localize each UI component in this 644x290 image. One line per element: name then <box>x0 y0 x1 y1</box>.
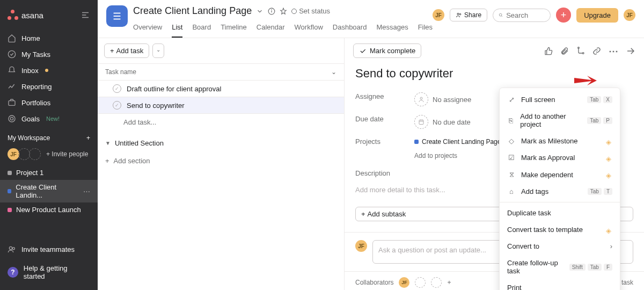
project-name: New Product Launch <box>16 206 81 214</box>
add-task-dropdown[interactable]: ⌄ <box>152 44 164 58</box>
task-actions-menu: ⤢Full screenTabX ⎘Add to another project… <box>499 88 620 290</box>
menu-full-screen[interactable]: ⤢Full screenTabX <box>500 91 620 108</box>
add-collaborator-slot[interactable] <box>415 277 426 288</box>
menu-convert[interactable]: Convert to› <box>500 238 620 255</box>
complete-toggle-icon[interactable]: ✓ <box>113 84 121 93</box>
menu-label: Convert to <box>507 242 539 250</box>
sidebar-item-label: Invite teammates <box>21 245 75 253</box>
search-box[interactable] <box>493 9 551 22</box>
invite-people-link[interactable]: + Invite people <box>46 150 88 158</box>
project-icon[interactable] <box>106 5 128 27</box>
avatar: JF <box>355 240 367 252</box>
svg-point-6 <box>10 117 13 120</box>
chart-icon <box>8 82 16 91</box>
tab-overview[interactable]: Overview <box>133 20 162 38</box>
collapse-sidebar-icon[interactable] <box>80 10 90 20</box>
like-icon[interactable] <box>544 47 553 55</box>
more-actions-button[interactable]: ⋯ <box>609 45 618 57</box>
sidebar-item-portfolios[interactable]: Portfolios <box>0 95 98 111</box>
add-task-button[interactable]: + Add task <box>104 44 149 58</box>
chevron-down-icon[interactable]: ⌄ <box>331 68 336 76</box>
tab-dashboard[interactable]: Dashboard <box>333 20 367 38</box>
sidebar-project[interactable]: Project 1 <box>0 165 98 180</box>
kbd: Shift <box>569 264 586 271</box>
due-date-button[interactable]: No due date <box>414 115 471 129</box>
add-task-inline[interactable]: Add task... <box>98 114 344 130</box>
tab-board[interactable]: Board <box>192 20 211 38</box>
workspace-header[interactable]: My Workspace+ <box>0 129 98 145</box>
menu-duplicate[interactable]: Duplicate task <box>500 205 620 221</box>
menu-dependent[interactable]: ⧖Make dependent◈ <box>500 166 620 183</box>
fullscreen-icon: ⤢ <box>507 96 516 104</box>
detail-pane: Mark complete ⋯ Send to copywriter Assig… <box>345 38 644 290</box>
tab-calendar[interactable]: Calendar <box>257 20 285 38</box>
add-section-button[interactable]: +Add section <box>98 151 344 170</box>
set-status-label: Set status <box>299 7 330 15</box>
menu-print[interactable]: Print <box>500 279 620 290</box>
attachment-icon[interactable] <box>560 47 569 55</box>
assignee-label: Assignee <box>355 92 414 106</box>
user-menu-avatar[interactable]: JF <box>624 9 635 21</box>
avatar[interactable]: JF <box>433 9 444 21</box>
menu-label: Convert task to template <box>507 226 583 234</box>
description-label: Description <box>355 169 414 177</box>
complete-toggle-icon[interactable]: ✓ <box>113 101 121 110</box>
star-icon[interactable] <box>280 8 287 15</box>
tab-list[interactable]: List <box>172 20 182 38</box>
plus-icon[interactable]: + <box>86 134 90 142</box>
assignee-button[interactable]: No assignee <box>414 92 471 106</box>
menu-milestone[interactable]: ◇Mark as Milestone◈ <box>500 133 620 149</box>
tab-files[interactable]: Files <box>418 20 433 38</box>
mark-complete-button[interactable]: Mark complete <box>353 44 421 58</box>
menu-template[interactable]: Convert task to template◈ <box>500 221 620 238</box>
svg-rect-22 <box>419 120 423 125</box>
project-dot <box>8 208 12 212</box>
task-detail-title[interactable]: Send to copywriter <box>345 63 644 88</box>
info-icon[interactable] <box>268 8 275 15</box>
projects-label: Projects <box>355 137 414 146</box>
project-title[interactable]: Create Client Landing Page <box>133 5 252 17</box>
subtask-icon[interactable] <box>576 47 585 55</box>
sidebar-item-goals[interactable]: GoalsNew! <box>0 111 98 127</box>
project-chip[interactable]: Create Client Landing Page <box>414 138 501 146</box>
link-icon[interactable] <box>592 47 601 55</box>
menu-followup[interactable]: Create follow-up taskShiftTabF <box>500 255 620 279</box>
sidebar-item-reporting[interactable]: Reporting <box>0 78 98 95</box>
due-date-value: No due date <box>433 118 471 126</box>
task-row[interactable]: ✓Send to copywriter <box>98 97 344 114</box>
add-collaborator-button[interactable]: + <box>447 279 451 286</box>
sidebar-item-mytasks[interactable]: My Tasks <box>0 46 98 62</box>
section-row[interactable]: ▼Untitled Section <box>98 130 344 151</box>
sidebar-item-label: My Tasks <box>21 50 50 59</box>
project-dot <box>414 140 419 144</box>
menu-add-project[interactable]: ⎘Add to another projectTabP <box>500 108 620 133</box>
task-row[interactable]: ✓Draft outline for client approval <box>98 81 344 97</box>
sidebar-item-home[interactable]: Home <box>0 30 98 46</box>
tab-timeline[interactable]: Timeline <box>221 20 247 38</box>
set-status-button[interactable]: Set status <box>291 7 330 15</box>
tab-workflow[interactable]: Workflow <box>295 20 323 38</box>
clipboard-icon: ⎘ <box>507 117 515 125</box>
calendar-icon <box>414 115 428 129</box>
avatar[interactable]: JF <box>8 148 19 160</box>
help-button[interactable]: ?Help & getting started <box>0 259 98 286</box>
sidebar-item-inbox[interactable]: Inbox <box>0 62 98 78</box>
tab-messages[interactable]: Messages <box>376 20 408 38</box>
menu-approval[interactable]: ☑Mark as Approval◈ <box>500 149 620 166</box>
invite-teammates-button[interactable]: Invite teammates <box>0 240 98 259</box>
upgrade-button[interactable]: Upgrade <box>576 8 618 23</box>
search-input[interactable] <box>506 11 545 19</box>
sidebar-project[interactable]: New Product Launch <box>0 202 98 217</box>
bell-icon <box>8 66 16 75</box>
omni-add-button[interactable]: + <box>556 8 571 23</box>
share-button[interactable]: Share <box>450 9 487 21</box>
menu-tags[interactable]: ⌂Add tagsTabT <box>500 183 620 200</box>
add-collaborator-slot[interactable] <box>431 277 442 288</box>
menu-label: Mark as Approval <box>521 154 575 162</box>
more-icon[interactable]: ⋯ <box>83 187 90 195</box>
sidebar-project[interactable]: Create Client Landin...⋯ <box>0 180 98 202</box>
close-detail-icon[interactable] <box>626 46 635 56</box>
logo[interactable]: asana <box>8 10 43 20</box>
chevron-down-icon[interactable] <box>256 8 264 15</box>
avatar[interactable]: JF <box>399 277 409 288</box>
